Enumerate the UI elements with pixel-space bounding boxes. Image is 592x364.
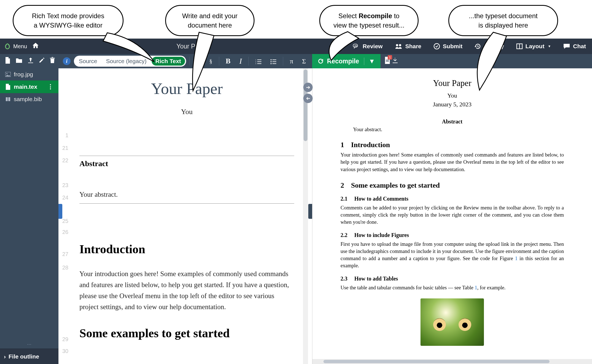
file-outline-label: File outline	[9, 353, 39, 360]
line-number: 21	[62, 145, 68, 151]
line-number: 26	[62, 229, 68, 235]
svg-rect-9	[257, 63, 261, 64]
logs-icon[interactable]: 1	[384, 57, 390, 66]
chevron-down-icon: ▼	[548, 44, 551, 48]
callout-text: ...the typeset documentis displayed here	[469, 12, 537, 29]
info-icon[interactable]: i	[63, 57, 71, 65]
callout-text: Select Recompile toview the typeset resu…	[333, 12, 404, 29]
file-item-main[interactable]: main.tex ⋮	[0, 80, 58, 93]
pdf-section-2: 2Some examples to get started	[341, 181, 564, 190]
mode-source[interactable]: Source	[75, 57, 101, 66]
review-label: Review	[363, 43, 382, 50]
svg-rect-20	[386, 61, 389, 61]
pdf-abstract-heading: Abstract	[341, 118, 564, 125]
download-pdf-icon[interactable]	[392, 57, 398, 65]
pane-splitter: ➔ ➔	[303, 83, 314, 105]
new-file-icon[interactable]	[5, 57, 10, 65]
svg-rect-7	[257, 60, 261, 60]
abstract-text[interactable]: Your abstract.	[79, 189, 294, 200]
callout-recompile: Select Recompile toview the typeset resu…	[319, 5, 419, 36]
editor-scrollthumb[interactable]	[304, 69, 307, 141]
pdf-title: Your Paper	[341, 78, 564, 88]
callout-rich-text: Rich Text mode providesa WYSIWYG-like ed…	[13, 5, 124, 36]
svg-point-22	[6, 73, 7, 74]
new-folder-icon[interactable]	[15, 57, 23, 65]
collapse-filetree-handle[interactable]	[58, 204, 62, 219]
frog-image	[420, 298, 484, 346]
menu-label: Menu	[13, 43, 27, 50]
numbered-list-icon[interactable]: 123	[251, 58, 266, 65]
callout-typeset: ...the typeset documentis displayed here	[448, 5, 558, 36]
line-number: 22	[62, 157, 68, 164]
pdf-hscrollbar[interactable]	[312, 359, 592, 364]
pdf-subsection-21: 2.1How to add Comments	[341, 196, 564, 202]
delete-icon[interactable]	[50, 57, 55, 65]
sigma-icon[interactable]: Σ	[298, 58, 310, 65]
home-icon[interactable]	[32, 42, 39, 51]
file-item-sample[interactable]: sample.bib	[0, 93, 58, 105]
svg-rect-19	[386, 60, 389, 60]
resize-handle-icon[interactable]: ⋯	[27, 342, 32, 347]
recompile-dropdown[interactable]: ▼	[364, 58, 375, 65]
svg-point-3	[399, 44, 401, 46]
pdf-abstract-text: Your abstract.	[341, 126, 564, 133]
intro-paragraph[interactable]: Your introduction goes here! Some exampl…	[79, 268, 294, 312]
line-number: 1	[65, 132, 68, 139]
table-ref-link[interactable]: 1	[475, 285, 477, 290]
pdf-hscrollthumb[interactable]	[323, 360, 550, 363]
editor-pane: 1 21 22 23 24 25 26 27 28 29 30 Your Pap…	[58, 68, 308, 364]
file-label: frog.jpg	[14, 71, 33, 78]
document-author[interactable]: You	[79, 108, 294, 116]
line-number: 30	[62, 348, 68, 354]
rename-icon[interactable]	[39, 57, 45, 65]
menu-button[interactable]: Menu	[4, 43, 27, 50]
pdf-section-1-text: Your introduction goes here! Some exampl…	[341, 151, 564, 173]
submit-label: Submit	[443, 43, 462, 50]
intro-heading[interactable]: Introduction	[79, 242, 294, 256]
line-number: 29	[62, 336, 68, 343]
examples-heading[interactable]: Some examples to get started	[79, 326, 294, 340]
svg-text:1: 1	[255, 59, 256, 61]
abstract-heading[interactable]: Abstract	[79, 159, 294, 168]
pdf-page[interactable]: Your Paper You January 5, 2023 Abstract …	[338, 74, 567, 358]
svg-point-14	[270, 61, 272, 62]
pdf-subsection-22: 2.2How to include Figures	[341, 232, 564, 238]
go-to-pdf-icon[interactable]: ➔	[303, 83, 313, 92]
editor-body[interactable]: Your Paper You Abstract Your abstract. I…	[71, 68, 308, 364]
upload-icon[interactable]	[28, 57, 34, 65]
chat-button[interactable]: Chat	[557, 39, 592, 54]
file-item-frog[interactable]: frog.jpg	[0, 68, 58, 80]
share-button[interactable]: Share	[389, 39, 427, 54]
editor-scrollbar[interactable]	[303, 68, 308, 364]
pdf-section-1: 1Introduction	[341, 141, 564, 149]
line-number: 27	[62, 251, 68, 257]
svg-text:3: 3	[255, 63, 256, 64]
line-number: 28	[62, 265, 68, 271]
callout-text: Rich Text mode providesa WYSIWYG-like ed…	[32, 12, 104, 29]
chat-label: Chat	[573, 43, 586, 50]
callout-write-edit: Write and edit yourdocument here	[165, 5, 255, 36]
pi-icon[interactable]: π	[285, 58, 298, 65]
file-menu-icon[interactable]: ⋮	[47, 83, 53, 90]
share-label: Share	[405, 43, 421, 50]
figure-ref-link[interactable]: 1	[515, 256, 518, 261]
go-to-source-icon[interactable]: ➔	[303, 94, 313, 103]
file-icon	[5, 84, 11, 90]
pdf-subsection-23-text: Use the table and tabular commands for b…	[341, 284, 564, 291]
document-title[interactable]: Your Paper	[79, 79, 294, 98]
file-label: sample.bib	[14, 96, 42, 103]
chevron-right-icon: ›	[4, 353, 6, 360]
pdf-pane: Your Paper You January 5, 2023 Abstract …	[312, 68, 592, 364]
svg-point-15	[270, 63, 272, 64]
pdf-subsection-21-text: Comments can be added to your project by…	[341, 204, 564, 226]
svg-text:2: 2	[255, 61, 256, 63]
collapse-pdf-handle[interactable]	[308, 204, 312, 219]
mode-rich-text[interactable]: Rich Text	[152, 57, 185, 66]
image-icon	[5, 72, 11, 77]
svg-point-2	[396, 44, 398, 46]
svg-rect-17	[272, 61, 276, 62]
pdf-author: You	[341, 92, 564, 99]
svg-rect-16	[272, 60, 276, 60]
file-outline-toggle[interactable]: › File outline	[0, 349, 58, 364]
bullet-list-icon[interactable]	[266, 58, 281, 65]
